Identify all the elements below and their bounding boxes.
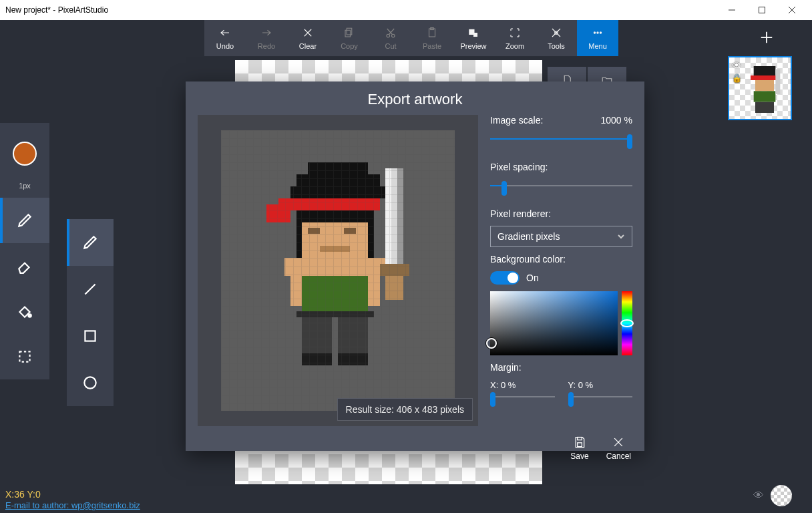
svg-rect-22	[754, 66, 776, 75]
cancel-button[interactable]: Cancel	[606, 436, 631, 461]
clear-button[interactable]: Clear	[287, 20, 329, 56]
color-saturation-box[interactable]	[490, 291, 618, 355]
margin-y-slider[interactable]	[568, 390, 633, 403]
color-swatch[interactable]	[13, 142, 37, 166]
toolbar: Undo Redo Clear Copy Cut Paste Preview Z…	[204, 20, 618, 56]
pixel-renderer-label: Pixel renderer:	[490, 208, 632, 219]
brush-variant-line[interactable]	[67, 266, 114, 313]
tools-button[interactable]: Tools	[536, 20, 577, 56]
svg-rect-7	[345, 30, 351, 37]
bgcolor-toggle[interactable]	[490, 271, 520, 285]
margin-x-value: X: 0 %	[490, 380, 516, 390]
image-scale-slider[interactable]	[490, 132, 632, 146]
visibility-icon[interactable]: 👁	[732, 60, 741, 71]
svg-rect-23	[751, 75, 779, 80]
svg-rect-1	[759, 7, 765, 13]
undo-icon	[219, 26, 231, 39]
copy-icon	[343, 26, 355, 39]
chevron-down-icon	[617, 232, 625, 240]
svg-rect-6	[347, 28, 352, 35]
svg-point-32	[84, 377, 95, 388]
zoom-icon	[509, 26, 521, 39]
export-preview-art	[221, 130, 455, 411]
image-scale-label: Image scale:	[490, 115, 543, 126]
clear-icon	[302, 26, 314, 39]
margin-y-value: Y: 0 %	[568, 380, 594, 390]
lock-icon[interactable]: 🔒	[732, 73, 742, 83]
close-icon	[612, 436, 625, 449]
export-preview-pane: Result size: 406 x 483 pixels	[198, 115, 478, 426]
redo-button[interactable]: Redo	[246, 20, 287, 56]
layer-bg-circle[interactable]	[771, 485, 792, 506]
eraser-tool[interactable]	[0, 243, 49, 289]
svg-line-30	[85, 284, 95, 294]
svg-rect-27	[775, 69, 780, 94]
copy-button[interactable]: Copy	[329, 20, 370, 56]
cut-icon	[385, 26, 397, 39]
margin-x-slider[interactable]	[490, 390, 555, 403]
save-button[interactable]: Save	[570, 436, 588, 461]
menu-button[interactable]: Menu	[577, 20, 618, 56]
paste-icon	[426, 26, 438, 39]
tools-icon	[550, 26, 562, 39]
undo-button[interactable]: Undo	[204, 20, 246, 56]
status-bar: X:36 Y:0 E-mail to author: wp@gritsenko.…	[5, 489, 140, 510]
add-layer-button[interactable]	[755, 25, 779, 49]
svg-rect-25	[754, 91, 776, 102]
color-hue-bar[interactable]	[622, 291, 632, 355]
close-button[interactable]	[777, 0, 807, 20]
brush-size: 1px	[19, 182, 31, 190]
cut-button[interactable]: Cut	[370, 20, 411, 56]
layer-thumbnail[interactable]: 👁 🔒	[728, 56, 792, 120]
svg-point-9	[392, 34, 395, 37]
minimize-button[interactable]	[717, 0, 747, 20]
layer-footer: 👁	[753, 485, 792, 506]
zoom-button[interactable]: Zoom	[494, 20, 536, 56]
brush-variant-rect[interactable]	[67, 313, 114, 359]
save-icon	[573, 436, 586, 449]
svg-point-19	[600, 32, 601, 33]
paste-button[interactable]: Paste	[411, 20, 453, 56]
brush-variant-pencil[interactable]	[67, 219, 114, 266]
svg-point-8	[387, 34, 390, 37]
visibility-all-icon[interactable]: 👁	[753, 490, 764, 502]
svg-rect-13	[473, 33, 477, 37]
result-size: Result size: 406 x 483 pixels	[337, 398, 473, 421]
svg-rect-59	[578, 438, 582, 440]
svg-point-18	[597, 32, 598, 33]
pixel-spacing-label: Pixel spacing:	[490, 162, 632, 172]
svg-point-17	[594, 32, 595, 33]
status-coordinates: X:36 Y:0	[5, 489, 140, 500]
select-tool[interactable]	[0, 334, 49, 379]
svg-rect-24	[755, 80, 774, 91]
bgcolor-label: Background color:	[490, 254, 632, 265]
layer-preview-art	[741, 63, 788, 116]
pixel-renderer-select[interactable]: Gradient pixels	[490, 226, 632, 247]
export-dialog: Export artwork	[186, 81, 644, 451]
titlebar: New project* - PixelArtStudio	[0, 0, 812, 20]
svg-point-28	[28, 314, 31, 317]
workspace: Undo Redo Clear Copy Cut Paste Preview Z…	[0, 20, 812, 513]
pencil-tool[interactable]	[0, 198, 49, 243]
svg-rect-31	[85, 331, 95, 341]
pixel-spacing-slider[interactable]	[490, 179, 632, 192]
preview-button[interactable]: Preview	[453, 20, 494, 56]
status-mail-link[interactable]: E-mail to author: wp@gritsenko.biz	[5, 500, 140, 510]
dialog-title: Export artwork	[186, 81, 644, 115]
tool-panel-left: 1px	[0, 123, 49, 379]
svg-rect-60	[578, 443, 582, 447]
brush-variant-circle[interactable]	[67, 359, 114, 406]
bgcolor-state: On	[526, 273, 539, 283]
margin-label: Margin:	[490, 362, 632, 373]
export-controls: Image scale: 1000 % Pixel spacing: Pixel…	[490, 115, 632, 426]
image-scale-value: 1000 %	[601, 115, 632, 126]
fill-tool[interactable]	[0, 289, 49, 334]
window-title: New project* - PixelArtStudio	[5, 5, 108, 15]
preview-icon	[467, 26, 479, 39]
svg-rect-26	[755, 102, 774, 113]
redo-icon	[260, 26, 272, 39]
maximize-button[interactable]	[747, 0, 777, 20]
svg-rect-29	[19, 351, 29, 361]
menu-icon	[592, 26, 604, 39]
tool-panel-left-2	[67, 219, 114, 406]
